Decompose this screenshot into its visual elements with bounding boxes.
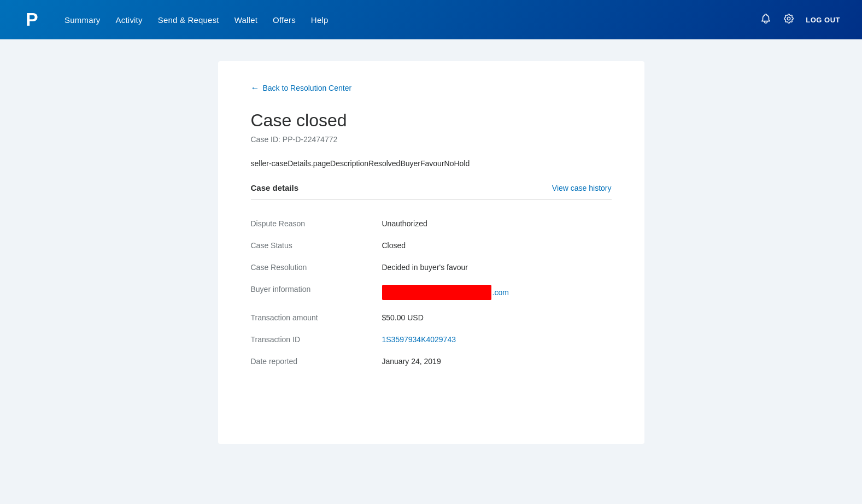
- back-link-label: Back to Resolution Center: [263, 84, 352, 92]
- page-body: ← Back to Resolution Center Case closed …: [0, 39, 862, 504]
- table-row: Transaction amount $50.00 USD: [251, 307, 612, 329]
- svg-point-1: [788, 17, 791, 20]
- case-details-title: Case details: [251, 183, 299, 192]
- settings-gear-icon[interactable]: [783, 13, 795, 27]
- dispute-reason-label: Dispute Reason: [251, 219, 382, 228]
- case-details-header: Case details View case history: [251, 183, 612, 200]
- case-details-table: Dispute Reason Unauthorized Case Status …: [251, 213, 612, 372]
- date-reported-value: January 24, 2019: [382, 357, 441, 366]
- nav-help[interactable]: Help: [311, 15, 329, 25]
- nav-wallet[interactable]: Wallet: [234, 15, 257, 25]
- main-nav: Summary Activity Send & Request Wallet O…: [64, 15, 329, 25]
- transaction-amount-value: $50.00 USD: [382, 313, 424, 322]
- buyer-info-value: .com: [382, 285, 509, 300]
- case-status-value: Closed: [382, 241, 406, 250]
- notification-bell-icon[interactable]: [760, 13, 772, 27]
- transaction-amount-label: Transaction amount: [251, 313, 382, 322]
- buyer-info-label: Buyer information: [251, 285, 382, 300]
- case-description: seller-caseDetails.pageDescriptionResolv…: [251, 159, 612, 168]
- paypal-logo[interactable]: P: [22, 8, 45, 31]
- content-wrapper: ← Back to Resolution Center Case closed …: [185, 61, 677, 444]
- table-row: Case Resolution Decided in buyer's favou…: [251, 256, 612, 278]
- nav-activity[interactable]: Activity: [116, 15, 143, 25]
- white-card: ← Back to Resolution Center Case closed …: [218, 61, 644, 444]
- case-resolution-label: Case Resolution: [251, 263, 382, 272]
- main-header: P Summary Activity Send & Request Wallet…: [0, 0, 862, 39]
- back-link[interactable]: ← Back to Resolution Center: [251, 83, 612, 93]
- back-arrow-icon: ←: [251, 83, 260, 93]
- table-row: Buyer information .com: [251, 278, 612, 307]
- table-row: Dispute Reason Unauthorized: [251, 213, 612, 235]
- transaction-id-label: Transaction ID: [251, 335, 382, 344]
- case-title: Case closed: [251, 110, 612, 131]
- header-right: LOG OUT: [760, 13, 840, 27]
- svg-text:P: P: [26, 9, 38, 30]
- date-reported-label: Date reported: [251, 357, 382, 366]
- nav-offers[interactable]: Offers: [273, 15, 296, 25]
- case-status-label: Case Status: [251, 241, 382, 250]
- table-row: Case Status Closed: [251, 235, 612, 256]
- case-resolution-value: Decided in buyer's favour: [382, 263, 468, 272]
- case-id: Case ID: PP-D-22474772: [251, 135, 612, 144]
- dispute-reason-value: Unauthorized: [382, 219, 427, 228]
- table-row: Date reported January 24, 2019: [251, 350, 612, 372]
- table-row: Transaction ID 1S3597934K4029743: [251, 329, 612, 350]
- buyer-domain-suffix: .com: [492, 288, 509, 297]
- transaction-id-link[interactable]: 1S3597934K4029743: [382, 335, 456, 344]
- nav-summary[interactable]: Summary: [64, 15, 101, 25]
- nav-send-request[interactable]: Send & Request: [158, 15, 219, 25]
- header-left: P Summary Activity Send & Request Wallet…: [22, 8, 329, 31]
- logout-button[interactable]: LOG OUT: [806, 16, 840, 24]
- redacted-email-bar: [382, 285, 491, 300]
- view-case-history-link[interactable]: View case history: [552, 184, 612, 192]
